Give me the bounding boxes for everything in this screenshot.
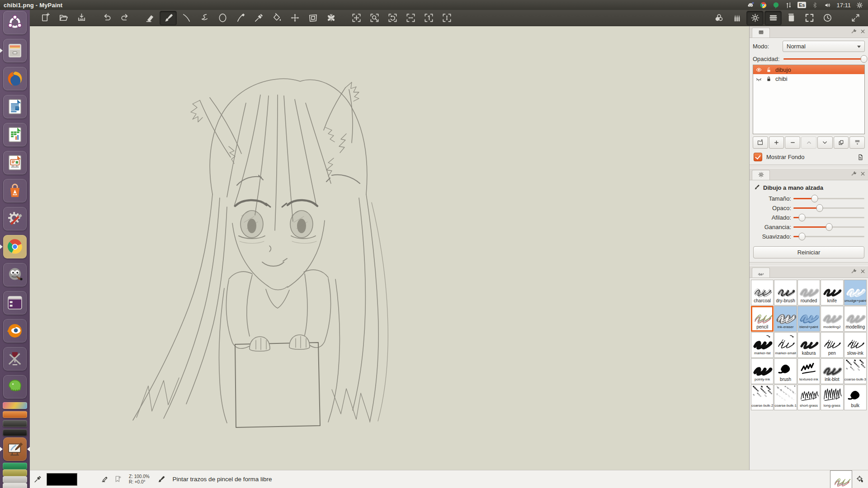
brush-marker-fat[interactable]: marker-fat bbox=[751, 332, 774, 358]
bluetooth-icon[interactable] bbox=[811, 1, 819, 9]
lock-closed-icon[interactable] bbox=[765, 75, 772, 82]
rotate-view-button[interactable] bbox=[384, 11, 401, 25]
brush-short-grass[interactable]: short-grass bbox=[797, 385, 820, 410]
connected-lines-button[interactable] bbox=[196, 11, 213, 25]
fullscreen-button[interactable] bbox=[801, 11, 818, 25]
slider-handle[interactable] bbox=[811, 195, 818, 202]
add-layer-button[interactable] bbox=[769, 136, 784, 149]
session-gear-icon[interactable] bbox=[856, 1, 863, 9]
launcher-trash[interactable] bbox=[3, 483, 27, 488]
launcher-wine[interactable] bbox=[3, 347, 27, 371]
brush-groups-button[interactable] bbox=[728, 11, 745, 25]
brush-bulk[interactable]: bulk bbox=[844, 385, 867, 410]
open-file-button[interactable] bbox=[55, 11, 72, 25]
color-picker-icon[interactable] bbox=[33, 475, 42, 483]
expand-view-button[interactable] bbox=[847, 11, 864, 25]
fit-view-button[interactable] bbox=[438, 11, 455, 25]
mirror-view-button[interactable] bbox=[402, 11, 419, 25]
color-picker-button[interactable] bbox=[250, 11, 267, 25]
lower-layer-button[interactable] bbox=[817, 136, 833, 149]
brush-marker-small[interactable]: marker-small bbox=[774, 332, 797, 358]
launcher-system-settings[interactable] bbox=[3, 207, 27, 230]
launcher-firefox[interactable] bbox=[3, 67, 27, 90]
launcher-ubuntu-dash[interactable] bbox=[3, 11, 27, 34]
panel-config-icon[interactable] bbox=[851, 28, 857, 36]
slider-handle[interactable] bbox=[798, 214, 805, 221]
panel-close-icon[interactable] bbox=[860, 171, 866, 178]
brush-coarse-bulk-3[interactable]: coarse-bulk-3 bbox=[844, 358, 867, 384]
launcher-gimp[interactable] bbox=[3, 263, 27, 286]
current-color-swatch[interactable] bbox=[47, 473, 77, 486]
discord-icon[interactable] bbox=[747, 1, 755, 9]
brush-slow-ink[interactable]: slow-ink bbox=[844, 332, 867, 358]
scratchpad-button[interactable] bbox=[783, 11, 800, 25]
launcher-terminal[interactable] bbox=[3, 291, 27, 314]
move-layer-button[interactable] bbox=[286, 11, 303, 25]
pan-view-button[interactable] bbox=[348, 11, 365, 25]
launcher-files[interactable] bbox=[3, 39, 27, 62]
messenger-icon[interactable] bbox=[772, 1, 780, 9]
launcher-ubuntu-software[interactable] bbox=[3, 179, 27, 202]
canvas[interactable] bbox=[30, 26, 749, 470]
brush-charcoal[interactable]: charcoal bbox=[751, 280, 774, 305]
brush-group-tab[interactable] bbox=[752, 267, 770, 277]
undo-button[interactable] bbox=[98, 11, 115, 25]
panel-close-icon[interactable] bbox=[860, 28, 866, 36]
slider-ganancia[interactable] bbox=[793, 223, 864, 231]
redo-button[interactable] bbox=[116, 11, 133, 25]
eye-open-icon[interactable] bbox=[755, 66, 762, 73]
slider-afilado[interactable] bbox=[793, 213, 864, 221]
network-updown-icon[interactable] bbox=[785, 1, 793, 9]
brush-knife[interactable]: knife bbox=[821, 280, 843, 305]
history-button[interactable] bbox=[819, 11, 836, 25]
reset-button[interactable]: Reiniciar bbox=[753, 246, 864, 258]
brush-pen[interactable]: pen bbox=[821, 332, 843, 358]
color-wheel-button[interactable] bbox=[710, 11, 727, 25]
slider-handle[interactable] bbox=[826, 223, 832, 231]
brush-smudge+paint[interactable]: smudge+paint bbox=[844, 280, 867, 305]
brush-dry-brush[interactable]: dry-brush bbox=[774, 280, 797, 305]
raise-layer-button[interactable] bbox=[801, 136, 816, 149]
keyboard-layout-indicator[interactable]: Es bbox=[797, 2, 806, 8]
zoom-100-button[interactable] bbox=[420, 11, 437, 25]
brush-brush[interactable]: brush bbox=[774, 358, 797, 384]
launcher-mypaint[interactable] bbox=[3, 437, 27, 461]
freehand-brush-button[interactable] bbox=[160, 11, 177, 25]
slider-opaco[interactable] bbox=[793, 204, 864, 212]
save-file-button[interactable] bbox=[73, 11, 90, 25]
brush-color-indicator-icon[interactable] bbox=[856, 475, 864, 483]
line-tool-button[interactable] bbox=[178, 11, 195, 25]
duplicate-layer-button[interactable] bbox=[834, 136, 849, 149]
frame-edit-button[interactable] bbox=[304, 11, 321, 25]
brush-pencil[interactable]: pencil bbox=[751, 306, 774, 332]
lock-open-icon[interactable] bbox=[765, 66, 772, 73]
brush-blend+paint[interactable]: blend+paint bbox=[797, 306, 820, 332]
layer-opacity-slider[interactable] bbox=[783, 55, 865, 63]
current-brush-thumbnail[interactable] bbox=[830, 470, 852, 488]
layers-menu-button[interactable] bbox=[764, 11, 782, 25]
brush-long-grass[interactable]: long-grass bbox=[821, 385, 843, 410]
clock[interactable]: 17:11 bbox=[836, 2, 851, 9]
panel-config-icon[interactable] bbox=[851, 268, 857, 276]
brush-rounded[interactable]: rounded bbox=[797, 280, 820, 305]
panel-config-icon[interactable] bbox=[851, 171, 857, 178]
launcher-libreoffice-writer[interactable] bbox=[3, 95, 27, 118]
layer-row-dibujo[interactable]: dibujo bbox=[753, 65, 864, 74]
launcher-dark-app[interactable] bbox=[3, 420, 27, 427]
launcher-libreoffice-calc[interactable] bbox=[3, 123, 27, 146]
launcher-green-quotes-app[interactable] bbox=[3, 463, 27, 469]
show-background-checkbox[interactable] bbox=[754, 153, 762, 161]
brush-ink-blot[interactable]: ink-blot bbox=[821, 358, 843, 384]
launcher-blender[interactable] bbox=[3, 319, 27, 343]
eye-closed-icon[interactable] bbox=[755, 75, 762, 82]
brush-pointy-ink[interactable]: pointy-ink bbox=[751, 358, 774, 384]
edit-strokes-icon[interactable] bbox=[101, 475, 109, 483]
remove-layer-button[interactable] bbox=[785, 136, 800, 149]
new-layer-group-button[interactable] bbox=[753, 136, 768, 149]
slider-handle[interactable] bbox=[798, 233, 805, 240]
bookmark-add-icon[interactable] bbox=[113, 475, 122, 483]
layer-row-chibi[interactable]: chibi bbox=[753, 74, 864, 83]
brush-kabura[interactable]: kabura bbox=[797, 332, 820, 358]
background-document-icon[interactable] bbox=[857, 154, 864, 161]
new-file-button[interactable] bbox=[37, 11, 54, 25]
